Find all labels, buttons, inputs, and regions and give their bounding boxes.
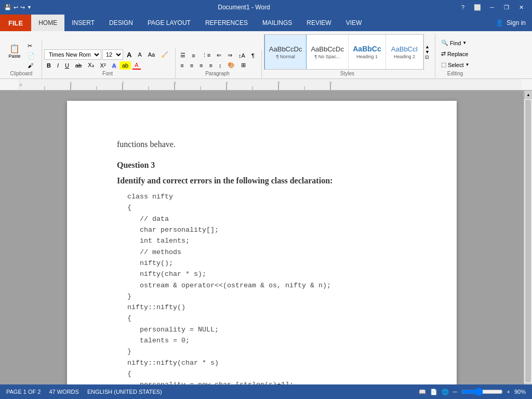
- ribbon-tabs[interactable]: FILE HOME INSERT DESIGN PAGE LAYOUT REFE…: [0, 15, 532, 31]
- format-painter-button[interactable]: 🖌: [25, 61, 37, 70]
- find-button[interactable]: 🔍 Find ▼: [437, 38, 473, 48]
- shading-button[interactable]: 🎨: [225, 61, 237, 70]
- signin-area[interactable]: 👤 Sign in: [489, 19, 532, 26]
- language-info: ENGLISH (UNITED STATES): [87, 389, 162, 392]
- replace-icon: ⇄: [441, 50, 446, 57]
- bullets-button[interactable]: ☰: [178, 51, 188, 60]
- increase-indent-button[interactable]: ⇒: [225, 51, 235, 60]
- align-center-button[interactable]: ≡: [188, 61, 196, 70]
- bold-button[interactable]: B: [44, 61, 54, 70]
- style-heading1[interactable]: AaBbCc Heading 1: [349, 34, 386, 70]
- replace-button[interactable]: ⇄ Replace: [437, 49, 473, 59]
- code-line: }: [127, 291, 407, 302]
- subscript-button[interactable]: X₂: [85, 61, 96, 70]
- editing-label: Editing: [447, 71, 463, 76]
- print-layout-button[interactable]: 📄: [430, 389, 437, 392]
- svg-text:6: 6: [329, 81, 332, 85]
- font-color-button[interactable]: A: [132, 61, 141, 70]
- style-normal[interactable]: AaBbCcDc ¶ Normal: [264, 34, 307, 70]
- window-controls[interactable]: ? ⬜ ─ ❐ ✕: [456, 2, 528, 12]
- borders-button[interactable]: ⊞: [238, 61, 248, 70]
- zoom-out-button[interactable]: ─: [453, 389, 457, 392]
- highlight-button[interactable]: ab: [119, 61, 131, 70]
- decrease-indent-button[interactable]: ⇐: [214, 51, 224, 60]
- scroll-thumb[interactable]: [525, 100, 531, 382]
- code-line: nifty::nifty(char * s): [127, 357, 407, 368]
- italic-button[interactable]: I: [55, 61, 61, 70]
- help-button[interactable]: ?: [456, 2, 470, 12]
- tab-page-layout[interactable]: PAGE LAYOUT: [140, 15, 198, 31]
- select-button[interactable]: ⬚ Select ▼: [437, 60, 473, 70]
- word-count: 47 WORDS: [49, 389, 78, 392]
- undo-icon[interactable]: ↩: [14, 4, 18, 11]
- user-icon: 👤: [496, 19, 503, 26]
- ribbon-toggle-button[interactable]: ⬜: [471, 2, 484, 12]
- scroll-up-button[interactable]: ▲: [524, 90, 532, 99]
- tab-review[interactable]: REVIEW: [299, 15, 338, 31]
- vertical-scrollbar[interactable]: ▲ ▼: [524, 90, 532, 392]
- align-right-button[interactable]: ≡: [197, 61, 205, 70]
- styles-scroll[interactable]: ▲ ▼ ⊡: [424, 43, 431, 61]
- line-spacing-button[interactable]: ↕: [216, 61, 224, 70]
- read-mode-button[interactable]: 📖: [419, 389, 426, 392]
- cut-button[interactable]: ✂: [25, 42, 37, 50]
- clipboard-label: Clipboard: [10, 71, 33, 76]
- paste-button[interactable]: 📋 Paste: [5, 42, 24, 69]
- zoom-in-button[interactable]: +: [507, 389, 510, 392]
- redo-icon[interactable]: ↪: [20, 4, 25, 11]
- styles-gallery[interactable]: AaBbCcDc ¶ Normal AaBbCcDc ¶ No Spac... …: [264, 34, 424, 70]
- status-right[interactable]: 📖 📄 🌐 ─ + 90%: [419, 388, 526, 392]
- code-line: }: [127, 346, 407, 357]
- numbering-button[interactable]: ≡: [189, 51, 197, 60]
- styles-scroll-down[interactable]: ▼: [425, 49, 430, 55]
- grow-font-button[interactable]: A: [124, 50, 134, 60]
- style-heading2[interactable]: AaBbCcI Heading 2: [386, 34, 423, 70]
- font-size-select[interactable]: 12: [102, 49, 123, 60]
- save-icon[interactable]: 💾: [4, 4, 11, 11]
- document-page[interactable]: functions behave. Question 3 Identify an…: [67, 101, 457, 392]
- style-no-spacing[interactable]: AaBbCcDc ¶ No Spac...: [307, 34, 349, 70]
- web-layout-button[interactable]: 🌐: [442, 389, 449, 392]
- editing-group: 🔍 Find ▼ ⇄ Replace ⬚ Select ▼ Editing: [435, 35, 477, 78]
- question3-sub: Identify and correct errors in the follo…: [117, 175, 407, 187]
- quick-access-toolbar[interactable]: 💾 ↩ ↪ ▼: [4, 4, 32, 11]
- tab-insert[interactable]: INSERT: [64, 15, 102, 31]
- underline-button[interactable]: U: [62, 61, 72, 70]
- code-line: {: [127, 313, 407, 324]
- code-line: char personality[];: [127, 224, 407, 235]
- code-line: // methods: [127, 247, 407, 258]
- strikethrough-button[interactable]: ab: [73, 61, 84, 70]
- restore-button[interactable]: ❐: [500, 2, 513, 12]
- styles-scroll-up[interactable]: ▲: [425, 44, 430, 49]
- clear-formatting-button[interactable]: 🧹: [158, 50, 171, 59]
- font-name-select[interactable]: Times New Roman: [44, 49, 101, 60]
- paragraph-label: Paragraph: [205, 71, 230, 76]
- customize-icon[interactable]: ▼: [27, 5, 32, 10]
- tab-home[interactable]: HOME: [31, 15, 64, 31]
- tab-design[interactable]: DESIGN: [102, 15, 140, 31]
- code-line: {: [127, 368, 407, 379]
- copy-button[interactable]: 📄: [25, 51, 37, 60]
- close-button[interactable]: ✕: [514, 2, 528, 12]
- multilevel-button[interactable]: ⋮≡: [199, 51, 213, 60]
- code-line: class nifty: [127, 191, 407, 202]
- change-case-button[interactable]: Aa: [145, 50, 157, 59]
- minimize-button[interactable]: ─: [485, 2, 499, 12]
- question3-heading: Question 3: [117, 159, 407, 171]
- tab-mailings[interactable]: MAILINGS: [255, 15, 299, 31]
- shrink-font-button[interactable]: A: [135, 50, 144, 59]
- tab-view[interactable]: VIEW: [339, 15, 369, 31]
- signin-label[interactable]: Sign in: [507, 19, 526, 26]
- tab-references[interactable]: REFERENCES: [198, 15, 255, 31]
- align-left-button[interactable]: ≡: [178, 61, 186, 70]
- text-effects-button[interactable]: A: [110, 61, 118, 70]
- show-formatting-button[interactable]: ¶: [249, 51, 257, 60]
- tab-file[interactable]: FILE: [0, 15, 31, 31]
- document-container[interactable]: functions behave. Question 3 Identify an…: [0, 90, 524, 392]
- sort-button[interactable]: ↕A: [236, 51, 248, 60]
- superscript-button[interactable]: X²: [98, 61, 109, 70]
- justify-button[interactable]: ≡: [206, 61, 215, 70]
- code-line: int talents;: [127, 235, 407, 246]
- zoom-slider[interactable]: [461, 388, 503, 392]
- styles-more[interactable]: ⊡: [425, 55, 430, 60]
